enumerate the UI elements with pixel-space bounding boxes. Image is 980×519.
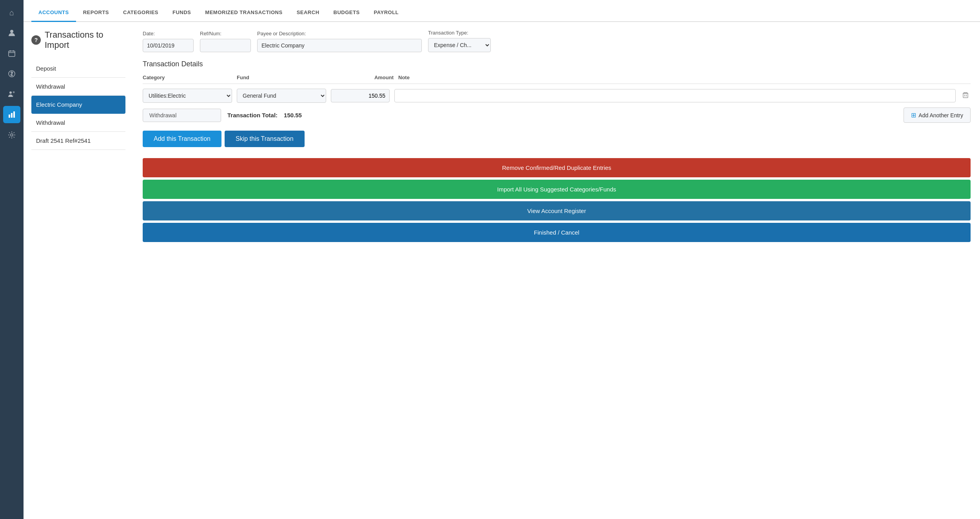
- payee-group: Payee or Description:: [257, 31, 422, 52]
- nav-memorized[interactable]: MEMORIZED TRANSACTIONS: [198, 9, 289, 22]
- add-transaction-button[interactable]: Add this Transaction: [143, 131, 221, 147]
- txtype-label: Transaction Type:: [428, 30, 491, 36]
- col-note-header: Note: [394, 75, 971, 80]
- list-item-deposit[interactable]: Deposit: [31, 60, 125, 78]
- category-select[interactable]: Utilities:Electric Utilities:Water Utili…: [143, 89, 232, 103]
- list-item-draft[interactable]: Draft 2541 Ref#2541: [31, 132, 125, 150]
- list-item-withdrawal-2[interactable]: Withdrawal: [31, 114, 125, 132]
- bottom-actions: Remove Confirmed/Red Duplicate Entries I…: [143, 158, 971, 242]
- nav-funds[interactable]: FUNDS: [165, 9, 198, 22]
- list-item-electric[interactable]: Electric Company: [31, 96, 125, 114]
- skip-transaction-button[interactable]: Skip this Transaction: [225, 131, 305, 147]
- section-title: Transaction Details: [143, 60, 971, 68]
- content-area: ? Transactions to Import Deposit Withdra…: [24, 22, 980, 519]
- transaction-details-section: Transaction Details Category Fund Amount…: [143, 60, 971, 242]
- settings-icon[interactable]: [3, 126, 20, 144]
- svg-rect-8: [9, 115, 10, 118]
- total-label: Transaction Total:: [227, 112, 278, 118]
- txtype-select[interactable]: Expense / Ch... Income Transfer: [428, 38, 491, 52]
- details-header: Category Fund Amount Note: [143, 75, 971, 84]
- payee-input[interactable]: [257, 39, 422, 52]
- home-icon[interactable]: ⌂: [3, 4, 20, 21]
- svg-point-7: [13, 91, 15, 93]
- svg-rect-10: [13, 111, 15, 118]
- calendar-icon[interactable]: [3, 45, 20, 62]
- svg-rect-9: [11, 113, 13, 118]
- plus-icon: ⊞: [911, 111, 916, 119]
- payee-label: Payee or Description:: [257, 31, 422, 36]
- nav-budgets[interactable]: BUDGETS: [327, 9, 367, 22]
- col-amount-header: Amount: [331, 75, 394, 80]
- right-panel: Date: Ref/Num: Payee or Description: Tra…: [133, 30, 980, 511]
- chart-icon[interactable]: [3, 106, 20, 123]
- col-fund-header: Fund: [237, 75, 331, 80]
- refnum-label: Ref/Num:: [200, 31, 251, 36]
- withdrawal-badge: Withdrawal: [143, 109, 221, 122]
- details-row-1: Utilities:Electric Utilities:Water Utili…: [143, 89, 971, 103]
- main-area: ACCOUNTS REPORTS CATEGORIES FUNDS MEMORI…: [24, 0, 980, 519]
- nav-search[interactable]: SEARCH: [290, 9, 327, 22]
- nav-categories[interactable]: CATEGORIES: [116, 9, 165, 22]
- transaction-list: Deposit Withdrawal Electric Company With…: [31, 60, 125, 150]
- refnum-group: Ref/Num:: [200, 31, 251, 52]
- page-title: Transactions to Import: [45, 30, 125, 50]
- total-amount: 150.55: [284, 112, 302, 118]
- dollar-icon[interactable]: [3, 65, 20, 82]
- form-header-row: Date: Ref/Num: Payee or Description: Tra…: [143, 30, 971, 52]
- date-label: Date:: [143, 31, 194, 36]
- people-icon[interactable]: [3, 86, 20, 103]
- contact-icon[interactable]: [3, 24, 20, 42]
- delete-row-button[interactable]: [960, 90, 971, 102]
- note-input[interactable]: [394, 89, 956, 102]
- fund-select[interactable]: General Fund Savings Fund Retirement Fun…: [237, 89, 326, 103]
- date-group: Date:: [143, 31, 194, 52]
- remove-duplicates-button[interactable]: Remove Confirmed/Red Duplicate Entries: [143, 158, 971, 177]
- action-buttons: Add this Transaction Skip this Transacti…: [143, 131, 971, 147]
- svg-point-11: [11, 134, 13, 136]
- finished-cancel-button[interactable]: Finished / Cancel: [143, 223, 971, 242]
- left-panel: ? Transactions to Import Deposit Withdra…: [24, 30, 133, 511]
- add-another-entry-button[interactable]: ⊞ Add Another Entry: [904, 107, 971, 123]
- footer-row: Withdrawal Transaction Total: 150.55 ⊞ A…: [143, 107, 971, 123]
- add-entry-label: Add Another Entry: [918, 112, 963, 118]
- svg-rect-1: [9, 51, 15, 56]
- nav-reports[interactable]: REPORTS: [76, 9, 116, 22]
- date-input[interactable]: [143, 39, 194, 52]
- svg-point-6: [9, 91, 12, 94]
- col-category-header: Category: [143, 75, 237, 80]
- help-icon: ?: [31, 35, 41, 45]
- import-all-button[interactable]: Import All Using Suggested Categories/Fu…: [143, 180, 971, 199]
- top-navigation: ACCOUNTS REPORTS CATEGORIES FUNDS MEMORI…: [24, 0, 980, 22]
- txtype-group: Transaction Type: Expense / Ch... Income…: [428, 30, 491, 52]
- amount-input[interactable]: [331, 89, 390, 102]
- svg-point-0: [10, 30, 13, 33]
- sidebar: ⌂: [0, 0, 24, 519]
- nav-payroll[interactable]: PAYROLL: [367, 9, 406, 22]
- view-register-button[interactable]: View Account Register: [143, 201, 971, 220]
- nav-accounts[interactable]: ACCOUNTS: [31, 9, 76, 22]
- svg-rect-12: [963, 93, 968, 98]
- refnum-input[interactable]: [200, 39, 251, 52]
- list-item-withdrawal-1[interactable]: Withdrawal: [31, 78, 125, 96]
- page-title-area: ? Transactions to Import: [31, 30, 125, 50]
